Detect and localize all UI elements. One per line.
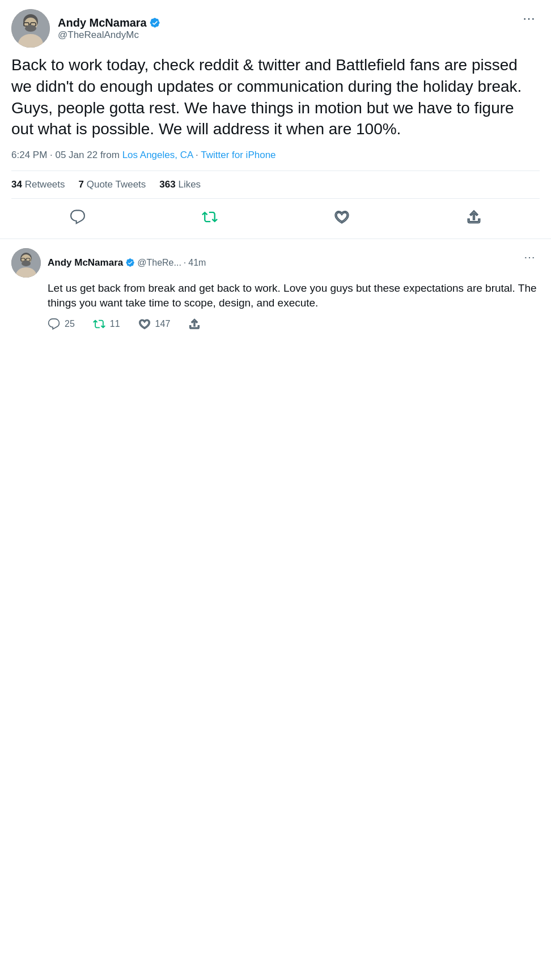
reply-retweet-button[interactable]: 11 [93, 318, 120, 330]
tweet-text: Back to work today, check reddit & twitt… [11, 54, 540, 140]
reply-reply-button[interactable]: 25 [48, 318, 75, 330]
reply-tweet: Andy McNamara @TheRe... · 41m ⋯ Let us g… [0, 239, 551, 339]
reply-time: 41m [188, 258, 206, 268]
verified-icon [149, 17, 160, 28]
quote-tweets-stat[interactable]: 7 Quote Tweets [79, 179, 146, 190]
likes-stat[interactable]: 363 Likes [159, 179, 201, 190]
reply-share-button[interactable] [188, 318, 201, 330]
svg-point-8 [25, 25, 36, 32]
main-tweet: Andy McNamara @TheRealAndyMc ⋯ Back to w… [0, 0, 551, 239]
reply-display-name: Andy McNamara [48, 257, 123, 269]
display-name: Andy McNamara [58, 16, 160, 29]
retweets-stat[interactable]: 34 Retweets [11, 179, 65, 190]
reply-like-button[interactable]: 147 [138, 318, 171, 330]
avatar[interactable] [11, 9, 50, 48]
reply-content: Let us get back from break and get back … [11, 281, 540, 330]
reply-username: @TheRe... [137, 258, 181, 268]
share-button[interactable] [455, 203, 493, 231]
reply-button[interactable] [58, 203, 97, 231]
svg-point-15 [22, 261, 31, 266]
retweet-button[interactable] [190, 203, 229, 231]
location-link[interactable]: Los Angeles, CA [122, 150, 193, 160]
tweet-header: Andy McNamara @TheRealAndyMc ⋯ [11, 9, 540, 48]
reply-more-options-button[interactable]: ⋯ [519, 248, 540, 266]
user-info: Andy McNamara @TheRealAndyMc [58, 16, 160, 41]
reply-actions: 25 11 147 [48, 318, 540, 330]
tweet-actions [11, 199, 540, 238]
tweet-meta: 6:24 PM · 05 Jan 22 from Los Angeles, CA… [11, 148, 540, 163]
reply-user-info: Andy McNamara @TheRe... · 41m [48, 257, 206, 269]
source-link[interactable]: Twitter for iPhone [201, 150, 276, 160]
reply-like-count: 147 [155, 319, 171, 329]
reply-verified-icon [125, 258, 135, 267]
like-button[interactable] [323, 203, 361, 231]
reply-header: Andy McNamara @TheRe... · 41m ⋯ [11, 248, 540, 278]
reply-text: Let us get back from break and get back … [48, 281, 540, 311]
reply-reply-count: 25 [65, 319, 75, 329]
stats-row: 34 Retweets 7 Quote Tweets 363 Likes [11, 171, 540, 199]
more-options-button[interactable]: ⋯ [518, 9, 540, 28]
username: @TheRealAndyMc [58, 29, 160, 41]
reply-avatar[interactable] [11, 248, 41, 278]
reply-retweet-count: 11 [110, 319, 120, 329]
